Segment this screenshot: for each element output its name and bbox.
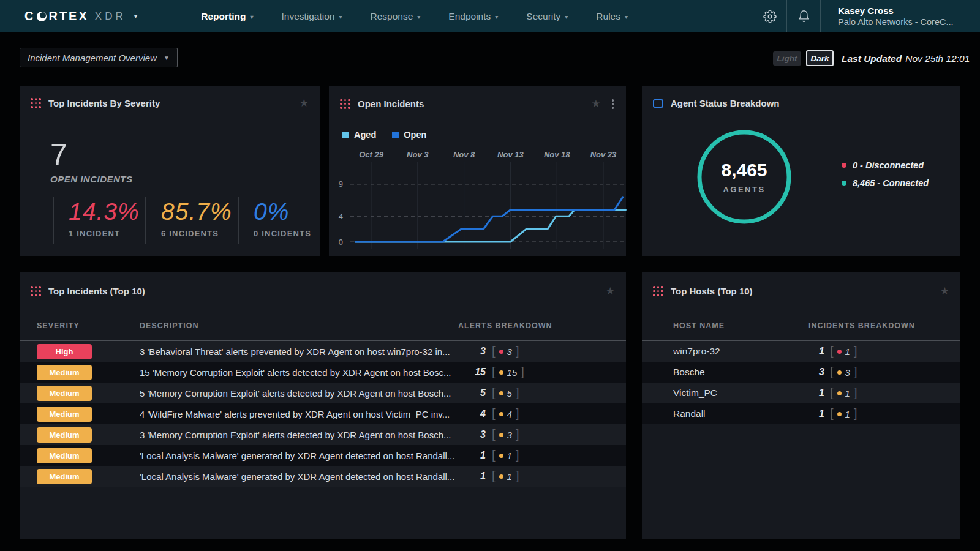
alerts-breakdown: 3[3] [458,345,615,358]
chevron-down-icon: ▾ [565,12,568,20]
svg-text:Nov 13: Nov 13 [497,150,524,159]
breakdown-group: [4] [492,407,519,421]
widget-dots-icon [653,286,663,296]
notifications-button[interactable] [787,0,820,32]
table-row[interactable]: Medium4 'WildFire Malware' alerts preven… [20,403,626,424]
bracket-open: [ [492,407,496,421]
breakdown-count: 1 [809,388,824,399]
table-row[interactable]: High3 'Behavioral Threat' alerts prevent… [20,341,626,362]
open-incidents-count: 7 [50,140,67,170]
bracket-open: [ [492,470,496,483]
table-row[interactable]: Medium'Local Analysis Malware' generated… [20,445,626,466]
bracket-open: [ [830,386,834,400]
card-header: Agent Status Breakdown [642,86,960,108]
severity-cell: Medium [37,448,140,463]
nav-item-response[interactable]: Response▾ [371,11,421,22]
table-row[interactable]: Victim_PC1[1] [642,383,960,403]
nav-item-rules[interactable]: Rules▾ [596,11,628,22]
table-column-headers: HOST NAME INCIDENTS BREAKDOWN [642,310,960,341]
light-mode-button[interactable]: Light [773,51,801,66]
legend-swatch [342,132,349,138]
svg-text:Nov 3: Nov 3 [407,150,429,159]
col-description: DESCRIPTION [140,321,458,330]
alerts-breakdown: 3[3] [809,365,949,379]
settings-button[interactable] [753,0,786,32]
alerts-breakdown: 1[1] [809,386,949,400]
favorite-star-icon[interactable]: ★ [940,286,949,296]
widget-dots-icon [31,98,41,108]
alerts-breakdown: 4[4] [458,407,615,421]
favorite-star-icon[interactable]: ★ [591,99,600,109]
table-row[interactable]: Bosche3[3] [642,362,960,383]
severity-cell: Medium [37,365,140,380]
breakdown-count: 3 [458,346,486,357]
dark-mode-button[interactable]: Dark [806,50,834,66]
breakdown-dot-count: 1 [845,388,850,399]
nav-item-label: Endpoints [448,11,491,22]
table-row[interactable]: Randall1[1] [642,403,960,424]
breakdown-count: 1 [809,408,824,419]
severity-cell: Medium [37,469,140,484]
table-row[interactable]: Medium15 'Memory Corruption Exploit' ale… [20,362,626,383]
breakdown-count: 1 [809,346,824,357]
table-row[interactable]: Medium5 'Memory Corruption Exploit' aler… [20,383,626,403]
brand-logo[interactable]: CRTEX XDR ▾ [24,9,137,23]
bracket-close: ] [854,407,858,421]
nav-item-reporting[interactable]: Reporting▾ [201,11,253,22]
breakdown-dot-count: 5 [507,388,512,399]
severity-badge: High [37,344,92,359]
kebab-menu-icon[interactable] [611,98,616,110]
nav-item-investigation[interactable]: Investigation▾ [281,11,342,22]
dashboard-selector[interactable]: Incident Management Overview ▼ [20,48,178,67]
favorite-star-icon[interactable]: ★ [300,98,309,108]
bracket-open: [ [492,365,496,379]
card-top-hosts-table: Top Hosts (Top 10) ★ HOST NAME INCIDENTS… [642,272,960,539]
cortex-c: C [24,9,35,23]
breakdown-count: 4 [458,408,486,419]
user-menu[interactable]: Kasey Cross Palo Alto Networks - CoreC..… [821,0,980,32]
alerts-breakdown: 1[1] [458,470,615,483]
severity-badge: Medium [37,469,92,484]
breakdown-group: [3] [830,365,857,379]
severity-badge: Medium [37,427,92,443]
breakdown-dot-count: 3 [507,347,512,357]
severity-stat-percentage: 85.7% [161,200,238,225]
breakdown-count: 1 [458,471,486,482]
breakdown-count: 1 [458,450,486,461]
breakdown-count: 5 [458,388,486,399]
severity-stat-label: 6 INCIDENTS [161,229,238,238]
table-row[interactable]: Medium3 'Memory Corruption Exploit' aler… [20,424,626,445]
alerts-breakdown: 5[5] [458,386,615,400]
severity-dot [837,391,842,395]
user-org: Palo Alto Networks - CoreC... [838,17,980,27]
bracket-close: ] [854,365,858,379]
svg-text:Nov 18: Nov 18 [544,150,570,159]
dashboard-selector-value: Incident Management Overview [28,53,157,63]
breakdown-group: [1] [830,407,857,421]
legend-item: Open [392,130,426,140]
gear-icon [763,10,777,23]
col-incidents-breakdown: INCIDENTS BREAKDOWN [809,321,949,330]
nav-item-security[interactable]: Security▾ [526,11,568,22]
legend-item: 8,465 - Connected [842,178,929,188]
severity-stat-percentage: 0% [254,200,330,225]
nav-item-label: Rules [596,11,620,22]
bracket-open: [ [492,386,496,400]
table-column-headers: SEVERITY DESCRIPTION ALERTS BREAKDOWN [20,310,626,341]
open-incidents-label: OPEN INCIDENTS [50,174,133,184]
legend-label: Open [404,130,426,140]
legend-label: 8,465 - Connected [853,178,929,188]
severity-dot [837,370,842,375]
breakdown-group: [3] [492,428,519,441]
alerts-breakdown: 1[1] [809,345,949,358]
favorite-star-icon[interactable]: ★ [606,286,615,296]
table-row[interactable]: win7pro-321[1] [642,341,960,362]
severity-stat-label: 0 INCIDENTS [254,229,330,238]
legend-item: 0 - Disconnected [842,160,929,170]
svg-text:Nov 23: Nov 23 [590,150,617,159]
table-row[interactable]: Medium'Local Analysis Malware' generated… [20,466,626,487]
legend-dot [842,181,846,186]
card-header: Top Incidents (Top 10) ★ [20,272,626,310]
breakdown-dot-count: 1 [507,471,512,482]
nav-item-endpoints[interactable]: Endpoints▾ [448,11,498,22]
